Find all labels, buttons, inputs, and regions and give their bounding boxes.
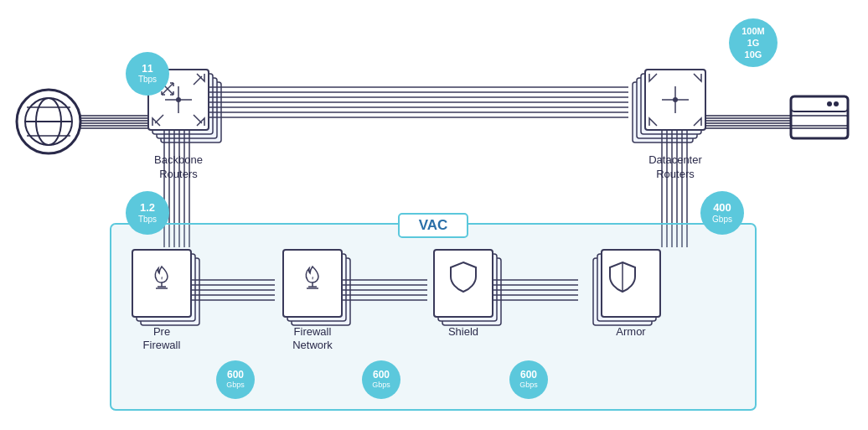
badge-unit: Gbps — [372, 381, 390, 390]
badge-unit: Tbps — [138, 215, 157, 224]
svg-rect-67 — [111, 224, 756, 410]
svg-text:Backbone: Backbone — [154, 153, 203, 166]
network-diagram: VAC — [0, 0, 868, 430]
badge-value: 600 — [227, 370, 244, 381]
svg-rect-83 — [283, 250, 342, 317]
svg-rect-7 — [791, 96, 848, 111]
badge-11-tbps: 11 Tbps — [126, 52, 169, 96]
svg-point-0 — [17, 90, 80, 153]
svg-point-11 — [827, 101, 832, 106]
svg-text:Routers: Routers — [656, 168, 695, 180]
badge-600-gbps-2: 600 Gbps — [362, 360, 400, 399]
svg-rect-72 — [132, 250, 191, 317]
svg-rect-93 — [438, 254, 497, 321]
svg-rect-45 — [645, 70, 705, 130]
badge-unit: Gbps — [712, 215, 732, 224]
svg-rect-101 — [597, 254, 656, 321]
badge-400-gbps: 400 Gbps — [700, 191, 744, 235]
svg-rect-8 — [791, 116, 848, 126]
svg-text:Pre: Pre — [153, 325, 170, 338]
badge-value: 400 — [713, 202, 731, 214]
svg-text:Routers: Routers — [159, 168, 198, 180]
badge-unit: Gbps — [226, 381, 245, 390]
svg-point-46 — [673, 97, 678, 102]
svg-point-10 — [834, 101, 839, 106]
svg-rect-100 — [593, 258, 652, 325]
svg-text:VAC: VAC — [419, 217, 448, 233]
svg-text:Shield: Shield — [448, 325, 478, 338]
svg-text:Armor: Armor — [616, 325, 646, 338]
badge-value: 600 — [520, 370, 537, 381]
svg-rect-82 — [287, 254, 346, 321]
svg-rect-42 — [633, 82, 693, 142]
svg-rect-68 — [399, 214, 468, 237]
badge-value: 11 — [142, 64, 152, 75]
svg-rect-18 — [161, 82, 221, 142]
svg-point-32 — [176, 97, 181, 102]
svg-rect-92 — [442, 258, 501, 325]
badge-unit: Tbps — [138, 75, 157, 84]
svg-text:Network: Network — [292, 339, 333, 351]
badge-600-gbps-3: 600 Gbps — [509, 360, 548, 399]
svg-rect-94 — [434, 250, 493, 317]
svg-rect-71 — [137, 254, 195, 321]
svg-rect-102 — [602, 250, 660, 317]
svg-rect-70 — [141, 258, 199, 325]
svg-rect-43 — [637, 78, 697, 138]
badge-100m-1g-10g: 100M 1G 10G — [729, 18, 778, 67]
badge-value: 600 — [373, 370, 390, 381]
svg-text:Firewall: Firewall — [143, 339, 181, 351]
svg-point-1 — [25, 98, 72, 145]
svg-point-2 — [36, 98, 61, 145]
svg-rect-9 — [791, 128, 848, 138]
svg-rect-6 — [791, 96, 848, 138]
badge-unit: Gbps — [519, 381, 538, 390]
svg-rect-81 — [292, 258, 350, 325]
badge-value: 1.2 — [140, 202, 155, 214]
svg-rect-19 — [157, 78, 217, 138]
svg-text:Datacenter: Datacenter — [648, 153, 702, 166]
svg-text:Firewall: Firewall — [294, 325, 332, 338]
badge-600-gbps-1: 600 Gbps — [216, 360, 255, 399]
badge-1-2-tbps: 1.2 Tbps — [126, 191, 169, 235]
svg-rect-44 — [641, 74, 701, 134]
